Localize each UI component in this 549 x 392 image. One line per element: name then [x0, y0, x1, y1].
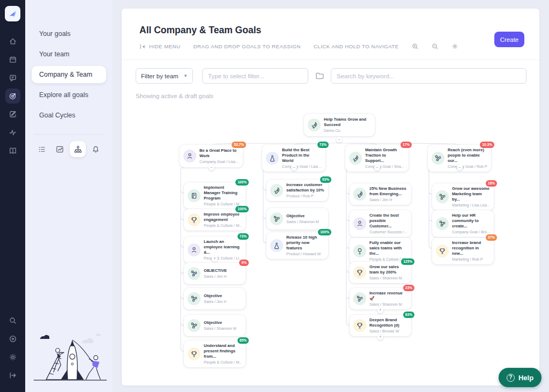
- goal-title: Understand and present findings from...: [204, 343, 242, 359]
- trophy-icon: [353, 266, 366, 279]
- person-icon: [353, 217, 366, 230]
- goal-card[interactable]: 100% Release 10 high priority new featur…: [266, 232, 328, 259]
- goal-card[interactable]: 37% Increase brand recognition in new...…: [432, 238, 494, 264]
- network-icon: [188, 267, 201, 280]
- network-icon: [353, 292, 366, 305]
- collapse-toggle[interactable]: −: [457, 165, 463, 171]
- collapse-toggle[interactable]: −: [209, 165, 214, 171]
- goal-card[interactable]: ObjectiveSales / Shannon M: [184, 315, 246, 336]
- goal-card[interactable]: ObjectiveSales / Shannon M: [266, 208, 328, 230]
- sign-out-icon[interactable]: [5, 368, 20, 383]
- content-card: All Company & Team Goals HIDE MENU DRAG …: [122, 9, 539, 386]
- sidebar-item-your-team[interactable]: Your team: [32, 46, 106, 63]
- help-button[interactable]: ? Help: [499, 368, 541, 387]
- goal-subtitle: Sales / Shannon M: [286, 219, 319, 224]
- compose-icon[interactable]: [5, 107, 20, 122]
- progress-badge: 73%: [238, 233, 249, 240]
- goal-subtitle: Company Goal / Lisa ...: [282, 164, 322, 169]
- goal-title: Increase revenue 🚀: [369, 291, 407, 301]
- book-icon[interactable]: [5, 143, 20, 158]
- goal-title: Be a Great Place to Work: [199, 148, 239, 159]
- medal-icon: [353, 245, 366, 257]
- rocket-illustration: [25, 331, 113, 392]
- expand-toggle[interactable]: +: [212, 256, 218, 262]
- add-circle-icon[interactable]: [5, 331, 20, 346]
- expand-toggle[interactable]: +: [377, 334, 383, 340]
- sidebar-item-explore-all-goals[interactable]: Explore all goals: [32, 86, 106, 103]
- tree-view-icon[interactable]: [70, 141, 86, 157]
- goal-subtitle: People & Culture / M...: [204, 360, 242, 365]
- app-window: Your goals Your team Company & Team Expl…: [0, 0, 549, 392]
- goal-card[interactable]: 83% Deepen Brand Recognition (d)Sales / …: [350, 315, 411, 336]
- bell-icon[interactable]: [88, 141, 104, 157]
- goal-subtitle: Customer Success / ...: [369, 230, 407, 234]
- chat-icon[interactable]: [5, 70, 20, 85]
- goal-title: Objective: [204, 293, 226, 299]
- progress-badge: 85%: [238, 337, 249, 344]
- progress-badge: 0%: [239, 260, 249, 266]
- goal-title: Build the Best Product in the World: [282, 147, 322, 164]
- goal-subtitle: Sales / Shannon M: [204, 326, 236, 331]
- goal-subtitle: Company Goal / Bro...: [452, 230, 490, 234]
- goal-title: Launch an employee learning &...: [204, 239, 242, 255]
- goal-title: Objective: [286, 213, 319, 219]
- goal-card[interactable]: 100% Improve employee engagementPeople &…: [184, 209, 246, 231]
- divider: [34, 134, 104, 135]
- goal-subtitle: Sales / Jim H: [369, 197, 407, 202]
- goal-subtitle: Product / Howard W: [286, 252, 324, 256]
- goal-card[interactable]: 18% Grow our awesome Marketing team by..…: [432, 183, 494, 210]
- progress-badge: 93%: [320, 176, 331, 183]
- sidebar-item-company-team[interactable]: Company & Team: [32, 66, 106, 83]
- goal-title: 25% New Business from Emerging...: [369, 186, 407, 197]
- goal-title: Reach (even more) people to enable our..…: [448, 147, 487, 164]
- collapse-toggle[interactable]: −: [291, 165, 297, 171]
- search-icon[interactable]: [5, 313, 20, 328]
- progress-badge: 23%: [403, 285, 414, 291]
- main-area: All Company & Team Goals HIDE MENU DRAG …: [113, 0, 549, 392]
- goal-card[interactable]: 93% Increase customer satisfaction by 10…: [266, 180, 328, 201]
- sidebar-item-your-goals[interactable]: Your goals: [32, 25, 106, 42]
- progress-badge: 125%: [401, 258, 414, 265]
- goal-card[interactable]: 0% OBJECTIVESales / Jim H: [184, 263, 246, 284]
- goal-card-root[interactable]: Help Teams Grow and SucceedDemo Co.: [304, 114, 375, 136]
- activity-icon[interactable]: [5, 125, 20, 140]
- goal-card[interactable]: ObjectiveSales / Jim H: [184, 288, 246, 309]
- goal-subtitle: Sales / Shannon M: [369, 302, 407, 307]
- progress-badge: 37%: [486, 234, 497, 241]
- goal-card[interactable]: 125% Grow our sales team by 200%Sales / …: [350, 262, 411, 283]
- goal-card[interactable]: Create the best possible Customer...Cust…: [350, 210, 411, 237]
- chart-view-icon[interactable]: [52, 141, 68, 157]
- collapse-toggle[interactable]: −: [374, 165, 380, 171]
- goal-card[interactable]: 53.7% Be a Great Place to WorkCompany Go…: [180, 145, 243, 167]
- book-icon: [188, 189, 201, 202]
- goal-title: Objective: [204, 320, 236, 326]
- flask-icon: [266, 152, 279, 165]
- sidebar-item-goal-cycles[interactable]: Goal Cycles: [32, 107, 106, 124]
- goals-target-icon[interactable]: [5, 88, 20, 103]
- goal-map-canvas[interactable]: Help Teams Grow and SucceedDemo Co. − 53…: [122, 9, 539, 386]
- icon-rail: [0, 0, 25, 392]
- trophy-icon: [436, 245, 449, 257]
- progress-badge: 18%: [486, 180, 497, 187]
- question-mark-icon: ?: [507, 374, 515, 382]
- goal-card[interactable]: 85% Understand and present findings from…: [184, 341, 246, 367]
- rocket-icon: [308, 119, 321, 131]
- goal-title: Help our HR community to create...: [452, 213, 490, 229]
- list-view-icon[interactable]: [34, 141, 50, 157]
- home-icon[interactable]: [5, 34, 20, 49]
- goal-card[interactable]: Help our HR community to create...Compan…: [432, 210, 494, 237]
- goal-card[interactable]: 100% Implement Manager Training ProgramP…: [184, 182, 246, 209]
- expand-toggle[interactable]: +: [377, 307, 383, 313]
- goal-subtitle: Sales / Jim H: [204, 274, 227, 279]
- collapse-toggle[interactable]: −: [336, 137, 342, 143]
- app-logo[interactable]: [5, 6, 20, 21]
- flask-icon: [270, 239, 283, 252]
- goal-card[interactable]: 25% New Business from Emerging...Sales /…: [350, 183, 411, 205]
- goal-subtitle: People & Culture / M...: [204, 202, 242, 206]
- gear-icon[interactable]: [5, 350, 20, 365]
- goal-title: Increase brand recognition in new...: [452, 240, 490, 256]
- trophy-icon: [188, 347, 201, 360]
- goal-card[interactable]: 23% Increase revenue 🚀Sales / Shannon M: [350, 288, 411, 309]
- goal-subtitle: Company Goal / Rob P: [448, 164, 487, 169]
- calendar-icon[interactable]: [5, 52, 20, 67]
